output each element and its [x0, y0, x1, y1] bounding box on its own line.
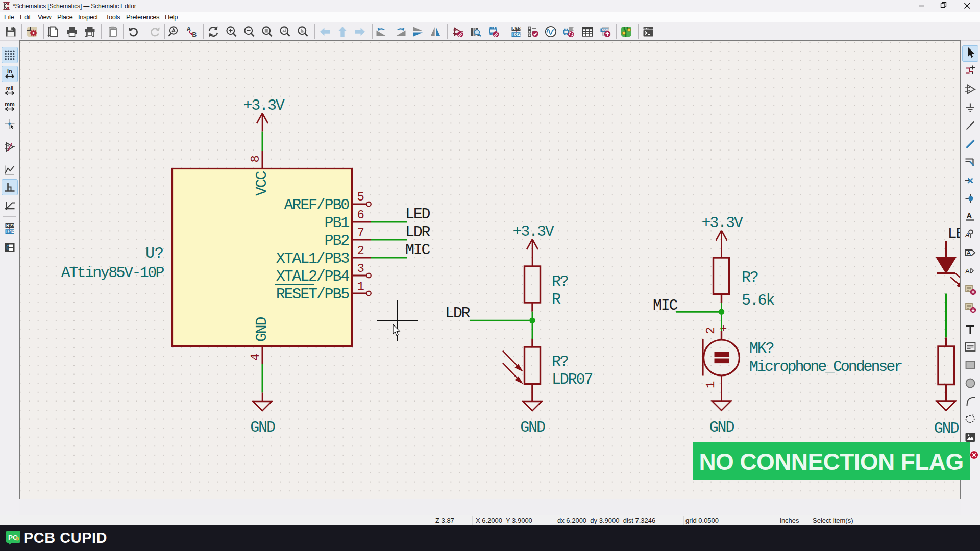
svg-text:R: R	[552, 291, 561, 308]
svg-text:8: 8	[249, 155, 262, 162]
svg-text:LDR07: LDR07	[552, 371, 592, 388]
svg-text:LED: LED	[948, 225, 961, 242]
svg-text:XTAL2/PB4: XTAL2/PB4	[276, 268, 349, 285]
svg-text:GND: GND	[520, 419, 545, 436]
svg-text:ATtiny85V-10P: ATtiny85V-10P	[61, 264, 164, 282]
svg-text:LDR: LDR	[405, 223, 431, 241]
svg-text:LED: LED	[405, 206, 430, 223]
svg-text:A: A	[965, 231, 970, 239]
svg-text:R42: R42	[512, 32, 521, 37]
svg-text:R?: R?	[552, 353, 568, 370]
svg-text:6: 6	[357, 208, 364, 222]
svg-text:2: 2	[704, 327, 718, 334]
svg-text:in: in	[7, 68, 12, 74]
svg-text:A: A	[187, 26, 191, 33]
svg-text:MIC: MIC	[653, 297, 678, 314]
svg-text:mil: mil	[6, 86, 14, 91]
svg-text:PB1: PB1	[325, 214, 350, 232]
svg-text:AREF/PB0: AREF/PB0	[284, 196, 350, 214]
svg-text:+3.3V: +3.3V	[243, 97, 284, 114]
svg-text:VCC: VCC	[253, 171, 271, 196]
svg-text:RESET/PB5: RESET/PB5	[276, 286, 349, 303]
svg-text:4: 4	[249, 354, 262, 361]
svg-text:+3.3V: +3.3V	[701, 214, 743, 232]
svg-text:1: 1	[357, 280, 364, 293]
svg-text:LDR: LDR	[445, 305, 471, 322]
svg-text:5: 5	[357, 190, 364, 204]
svg-text:R??: R??	[512, 26, 521, 31]
svg-text:A: A	[967, 211, 972, 220]
svg-text:MK?: MK?	[749, 340, 774, 357]
svg-text:XTAL1/PB3: XTAL1/PB3	[276, 250, 349, 267]
svg-text:mm: mm	[5, 101, 15, 107]
svg-text:U?: U?	[145, 245, 164, 262]
svg-text:A: A	[967, 249, 971, 256]
svg-text:A: A	[965, 267, 970, 275]
svg-text:7: 7	[357, 226, 364, 240]
svg-text:MIC: MIC	[405, 241, 430, 259]
svg-text:R?: R?	[552, 273, 568, 290]
svg-text:Microphone_Condenser: Microphone_Condenser	[749, 358, 902, 375]
svg-text:PB2: PB2	[325, 232, 349, 249]
svg-text:GND: GND	[709, 419, 734, 436]
svg-text:3: 3	[357, 262, 364, 276]
svg-text:R42: R42	[6, 229, 14, 234]
svg-text:R?: R?	[742, 269, 758, 286]
svg-text:5.6k: 5.6k	[742, 292, 774, 309]
svg-text:1: 1	[704, 381, 718, 388]
svg-text:R??: R??	[6, 223, 15, 228]
svg-text:GND: GND	[250, 419, 275, 436]
svg-text:2: 2	[357, 244, 364, 258]
svg-text:GND: GND	[934, 420, 959, 437]
svg-text:+3.3V: +3.3V	[512, 223, 554, 240]
svg-text:GND: GND	[253, 317, 271, 342]
